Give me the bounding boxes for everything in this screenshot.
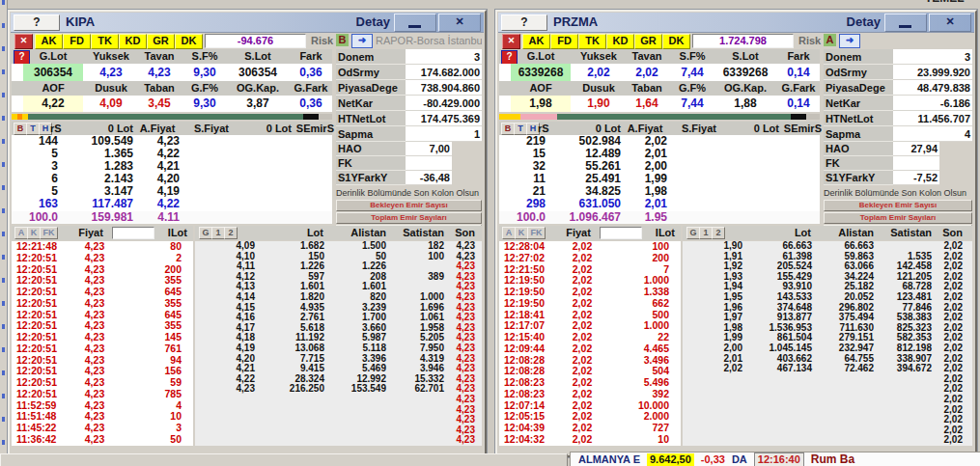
trades-button-a[interactable]: A	[502, 227, 516, 239]
book-average-row[interactable]: 100.0159.9814.11	[12, 211, 332, 224]
total-lot: 117.487	[64, 198, 133, 210]
pending-orders-button[interactable]: Bekleyen Emir Sayısı	[336, 200, 482, 211]
close-symbol-button[interactable]: ✕	[14, 34, 33, 49]
depth-son-row[interactable]: 2,02	[683, 374, 972, 385]
trade-row[interactable]: 12:09:442,024.465	[499, 343, 681, 355]
depth-button-1[interactable]: 1	[211, 227, 225, 239]
book-average-row[interactable]: 100.01.096.4671.95	[499, 211, 820, 224]
tab-tk[interactable]: TK	[91, 34, 119, 49]
col-header-rs: rS	[538, 122, 549, 135]
trade-row[interactable]: 12:20:514,23761	[12, 343, 193, 355]
depth-button-2[interactable]: 2	[712, 227, 725, 239]
depth-row[interactable]: 4,1913.0685.1187.9504,23	[195, 343, 482, 354]
risk-arrow-button[interactable]: ➜	[351, 34, 373, 48]
depth-button-1[interactable]: 1	[699, 227, 713, 239]
close-button[interactable]: ✕	[438, 14, 481, 32]
depth-son-row[interactable]: 4,23	[195, 435, 482, 446]
tab-ak[interactable]: AK	[522, 34, 550, 49]
trade-row[interactable]: 12:20:514,23355	[12, 298, 193, 310]
trade-lot: 761	[118, 343, 182, 355]
trade-lot: 662	[605, 298, 669, 310]
tab-gr[interactable]: GR	[147, 34, 175, 49]
trade-row[interactable]: 12:08:232,02392	[499, 389, 681, 400]
tab-kd[interactable]: KD	[606, 34, 634, 49]
price-filter-input[interactable]	[112, 227, 154, 239]
depth-row[interactable]: 4,141.8208201.0004,23	[195, 292, 482, 303]
trade-row[interactable]: 12:28:042,02100	[499, 241, 681, 253]
depth-son-row[interactable]: 2,02	[683, 425, 972, 436]
avg-percent: 100.0	[507, 211, 546, 224]
book-button-b[interactable]: B	[501, 123, 515, 135]
tab-tk[interactable]: TK	[578, 34, 606, 49]
level-lot: 1.820	[255, 292, 324, 303]
depth-son-row[interactable]: 4,23	[195, 405, 482, 416]
minimize-button[interactable]	[884, 14, 927, 32]
fund-row: NetKar -80.429.000	[336, 96, 482, 111]
tab-dk[interactable]: DK	[662, 34, 690, 49]
depth-son-row[interactable]: 2,02	[683, 405, 972, 416]
title-bar[interactable]: ? PRZMA Detay ✕	[498, 13, 974, 33]
book-button-t[interactable]: T	[514, 123, 527, 135]
title-bar[interactable]: ? KIPA Detay ✕	[11, 13, 484, 33]
book-total-row[interactable]: 298631.0502,01	[499, 198, 820, 210]
trade-row[interactable]: 12:04:322,0210	[499, 434, 681, 446]
depth-button-2[interactable]: 2	[224, 227, 238, 239]
tab-dk[interactable]: DK	[175, 34, 203, 49]
depth-son-row[interactable]: 4,23	[195, 415, 482, 425]
tab-gr[interactable]: GR	[634, 34, 662, 49]
book-button-t[interactable]: T	[26, 123, 40, 135]
depth-son-row[interactable]: 2,02	[683, 415, 972, 425]
trade-time: 12:21:48	[16, 241, 72, 253]
tab-ak[interactable]: AK	[35, 34, 63, 49]
depth-son-row[interactable]: 2,02	[683, 435, 972, 446]
minimize-button[interactable]	[394, 14, 436, 32]
trades-button-k[interactable]: K	[515, 227, 528, 239]
close-symbol-button[interactable]: ✕	[502, 34, 520, 49]
trade-row[interactable]: 12:27:022,02200	[499, 253, 681, 264]
depth-son-row[interactable]: 2,02	[683, 395, 972, 405]
level-buyer-lot: 66.663	[814, 241, 874, 252]
minimize-icon	[899, 25, 911, 28]
depth-row[interactable]: 4,23216.250153.54962.7014,23	[195, 384, 482, 395]
depth-son-row[interactable]: 4,23	[195, 425, 482, 436]
trade-price: 4,23	[73, 298, 116, 310]
bid-lot: 109.549	[64, 135, 133, 148]
range-segment	[499, 114, 520, 120]
depth-row[interactable]: 1,9066.66366.6632,02	[683, 241, 972, 252]
bid-lot: 55.261	[551, 160, 621, 173]
trades-button-k[interactable]: K	[27, 227, 41, 239]
help-button[interactable]: ?	[501, 14, 547, 31]
book-button-b[interactable]: B	[14, 123, 27, 135]
depth-son-row[interactable]: 2,02	[683, 384, 972, 395]
trade-row[interactable]: 11:36:424,2350	[12, 434, 193, 446]
help-button[interactable]: ?	[14, 14, 60, 31]
market-ticker-bar[interactable]: ALMANYA E 9.642,50 -0,33 DA 12:16:40 Rum…	[570, 452, 980, 466]
tab-fd[interactable]: FD	[63, 34, 91, 49]
risk-arrow-button[interactable]: ➜	[839, 34, 860, 48]
depth-button-g[interactable]: G	[199, 227, 212, 239]
depth-row[interactable]: 1,95143.53320.052123.4812,02	[683, 292, 972, 303]
trade-row[interactable]: 12:19:502,02662	[499, 298, 681, 310]
trade-price: 4,23	[73, 287, 116, 298]
total-orders-button[interactable]: Toplam Emir Sayıları	[336, 212, 482, 224]
trade-row[interactable]: 12:21:484,2380	[12, 241, 193, 253]
pending-orders-button[interactable]: Bekleyen Emir Sayısı	[824, 200, 972, 211]
tab-fd[interactable]: FD	[550, 34, 578, 49]
level-price: 1,90	[690, 241, 742, 252]
trades-button-a[interactable]: A	[14, 227, 28, 239]
close-button[interactable]: ✕	[929, 14, 971, 32]
book-total-row[interactable]: 163117.4874,22	[12, 198, 332, 210]
tab-kd[interactable]: KD	[119, 34, 147, 49]
trade-row[interactable]: 12:20:514,23785	[12, 389, 193, 400]
depth-son-row[interactable]: 4,23	[195, 395, 482, 405]
depth-row[interactable]: 4,091.6821.5001824,23	[195, 241, 482, 252]
trades-button-fk[interactable]: FK	[527, 227, 546, 239]
trade-row[interactable]: 12:20:514,232	[12, 253, 193, 264]
trade-time: 12:20:51	[16, 343, 72, 355]
trades-button-fk[interactable]: FK	[40, 227, 58, 239]
depth-row[interactable]: 2,001.045.145232.947812.1982,02	[683, 343, 972, 354]
depth-button-g[interactable]: G	[686, 227, 700, 239]
price-filter-input[interactable]	[600, 227, 642, 239]
depth-row[interactable]: 2,02467.13472.462394.6722,02	[683, 364, 972, 374]
total-orders-button[interactable]: Toplam Emir Sayıları	[824, 212, 972, 224]
